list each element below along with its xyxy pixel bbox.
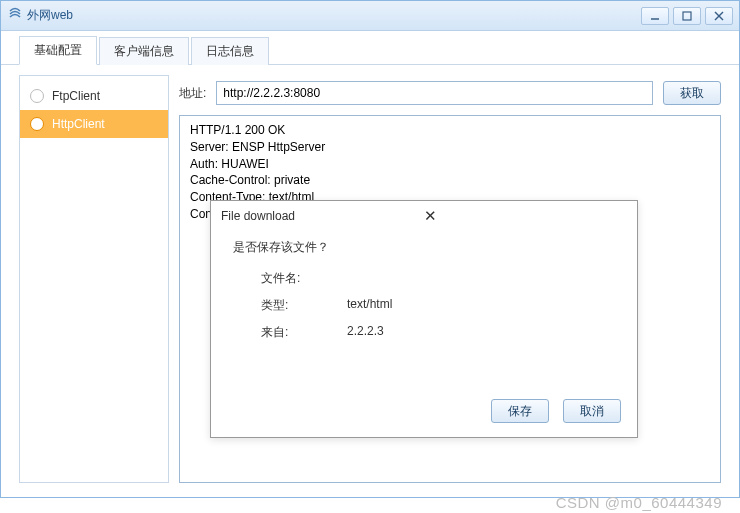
filename-label: 文件名: — [261, 270, 347, 287]
from-label: 来自: — [261, 324, 347, 341]
maximize-button[interactable] — [673, 7, 701, 25]
dialog-title: File download — [221, 209, 420, 223]
tabbar: 基础配置 客户端信息 日志信息 — [1, 37, 739, 65]
minimize-button[interactable] — [641, 7, 669, 25]
tab-basic-config[interactable]: 基础配置 — [19, 36, 97, 65]
tab-log-info[interactable]: 日志信息 — [191, 37, 269, 65]
close-icon[interactable]: ✕ — [420, 207, 627, 225]
app-icon — [7, 6, 23, 25]
radio-icon — [30, 89, 44, 103]
dialog-question: 是否保存该文件？ — [233, 239, 617, 256]
sidebar: FtpClient HttpClient — [19, 75, 169, 483]
window-title: 外网web — [27, 7, 73, 24]
file-download-dialog: File download ✕ 是否保存该文件？ 文件名: 类型: text/h… — [210, 200, 638, 438]
type-value: text/html — [347, 297, 392, 314]
address-input[interactable] — [216, 81, 653, 105]
sidebar-item-label: FtpClient — [52, 89, 100, 103]
radio-icon — [30, 117, 44, 131]
save-button[interactable]: 保存 — [491, 399, 549, 423]
address-label: 地址: — [179, 85, 206, 102]
close-button[interactable] — [705, 7, 733, 25]
tab-client-info[interactable]: 客户端信息 — [99, 37, 189, 65]
dialog-titlebar: File download ✕ — [211, 201, 637, 231]
svg-rect-1 — [683, 12, 691, 20]
get-button[interactable]: 获取 — [663, 81, 721, 105]
sidebar-item-label: HttpClient — [52, 117, 105, 131]
sidebar-item-ftpclient[interactable]: FtpClient — [20, 82, 168, 110]
type-label: 类型: — [261, 297, 347, 314]
from-value: 2.2.2.3 — [347, 324, 384, 341]
cancel-button[interactable]: 取消 — [563, 399, 621, 423]
titlebar: 外网web — [1, 1, 739, 31]
sidebar-item-httpclient[interactable]: HttpClient — [20, 110, 168, 138]
